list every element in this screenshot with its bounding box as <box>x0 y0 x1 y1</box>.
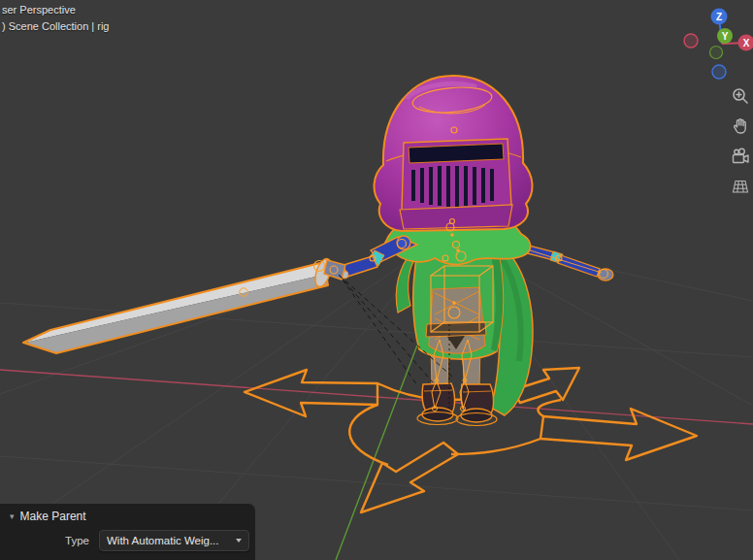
operator-panel: ▾ Make Parent Type With Automatic Weig..… <box>0 504 255 560</box>
scene-canvas <box>0 0 753 560</box>
parent-type-value: With Automatic Weig... <box>107 535 232 546</box>
gizmo-axis-y[interactable]: Y <box>717 28 733 44</box>
root-arrow-bottom[interactable] <box>361 443 458 512</box>
view-perspective-label: ser Perspective <box>2 2 109 18</box>
gizmo-axis-neg-y[interactable] <box>710 47 723 59</box>
operator-panel-title: Make Parent <box>20 510 86 523</box>
chin-guard <box>400 205 512 229</box>
gizmo-axis-z[interactable]: Z <box>711 9 728 25</box>
helmet[interactable] <box>375 76 533 231</box>
viewport-text-overlay: ser Perspective ) Scene Collection | rig <box>2 2 109 35</box>
camera-view-icon[interactable] <box>729 146 752 167</box>
3d-viewport[interactable]: ser Perspective ) Scene Collection | rig… <box>0 0 753 560</box>
gizmo-z-label: Z <box>716 12 722 22</box>
root-arrow-left[interactable] <box>245 370 377 416</box>
grid-toggle-icon[interactable] <box>729 176 752 197</box>
pan-hand-icon[interactable] <box>729 115 752 137</box>
zoom-icon[interactable] <box>729 85 752 107</box>
eye-slit <box>409 144 504 163</box>
boots <box>417 383 497 426</box>
sword[interactable] <box>23 257 348 353</box>
gizmo-axis-neg-z[interactable] <box>712 65 726 79</box>
viewport-side-toolbar <box>729 85 752 197</box>
gizmo-x-label: X <box>743 38 750 49</box>
tunic-skirt <box>426 287 486 353</box>
gizmo-axis-neg-x[interactable] <box>684 34 698 48</box>
knight-character[interactable] <box>23 76 613 426</box>
active-collection-label: ) Scene Collection | rig <box>2 18 109 35</box>
type-label: Type <box>6 535 99 546</box>
parent-type-dropdown[interactable]: With Automatic Weig... <box>99 530 249 551</box>
gizmo-y-label: Y <box>722 31 729 42</box>
parent-type-row: Type With Automatic Weig... <box>0 529 255 552</box>
operator-panel-header[interactable]: ▾ Make Parent <box>0 504 255 529</box>
root-arrow-right[interactable] <box>540 409 697 460</box>
gizmo-axis-x[interactable]: X <box>738 35 753 51</box>
navigation-gizmo[interactable]: Z Y X <box>670 0 753 83</box>
collapse-caret-icon: ▾ <box>10 511 15 521</box>
chevron-down-icon <box>236 539 242 543</box>
